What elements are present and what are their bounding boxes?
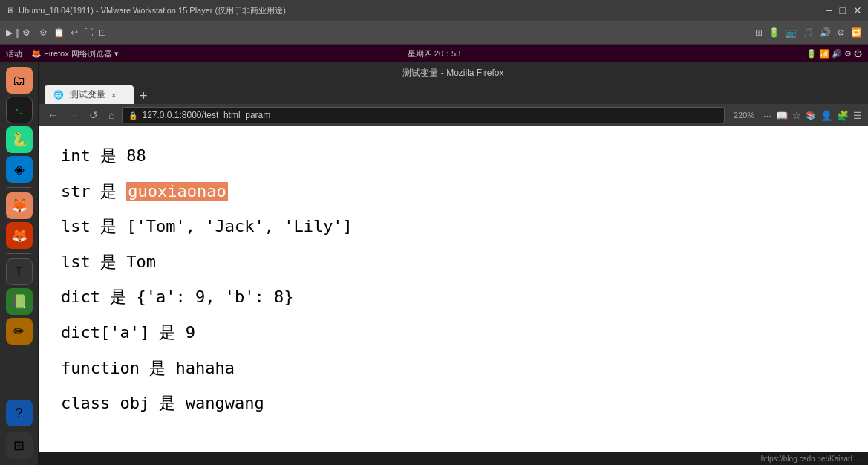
str-prefix: str 是 xyxy=(61,182,126,201)
nav-extensions-button[interactable]: 🧩 xyxy=(837,110,849,121)
lock-icon: 🔒 xyxy=(128,111,137,120)
dock-separator-2 xyxy=(7,253,31,254)
highlighted-str: guoxiaonao xyxy=(126,182,227,201)
new-tab-button[interactable]: + xyxy=(135,88,152,104)
firefox2-dock-icon[interactable]: 🦊 xyxy=(6,222,33,249)
firefox-menu[interactable]: 🦊 Firefox 网络浏览器 ▾ xyxy=(31,48,119,59)
maximize-button[interactable]: □ xyxy=(840,4,846,16)
help-dock-icon[interactable]: ? xyxy=(6,400,33,426)
ubuntu-dock: 🗂 ›_ 🐍 ◈ 🦊 🦊 T 📗 ✏ ? ⊞ xyxy=(0,62,39,465)
zoom-badge: 220% xyxy=(729,109,759,121)
vmware-right-icons: ⊞ 🔋 📺 🎵 🔊 ⚙ 🔁 xyxy=(755,27,862,38)
vmware-toolbar: ▶ ‖ ⚙ ⚙ 📋 ↩ ⛶ ⊡ ⊞ 🔋 📺 🎵 🔊 ⚙ 🔁 xyxy=(0,21,868,45)
vmware-right-icon-2[interactable]: 🔋 xyxy=(769,27,780,38)
content-line-5: dict 是 {'a': 9, 'b': 8} xyxy=(61,282,846,312)
pycharm-dock-icon[interactable]: 🐍 xyxy=(6,126,33,153)
vmware-titlebar: 🖥 Ubuntu_18.04(1911) - VMware Workstatio… xyxy=(0,0,868,21)
nav-bookmarks-button[interactable]: 📚 xyxy=(806,111,816,120)
toolbar-icon-4[interactable]: ⛶ xyxy=(84,27,93,38)
content-line-1: int 是 88 xyxy=(61,141,846,171)
main-area: 🗂 ›_ 🐍 ◈ 🦊 🦊 T 📗 ✏ ? ⊞ 测试变量 - Mozilla Fi… xyxy=(0,62,868,465)
url-bar[interactable]: 🔒 127.0.0.1:8000/test_html_param xyxy=(122,107,725,123)
content-line-6: dict['a'] 是 9 xyxy=(61,318,846,348)
reload-button[interactable]: ↺ xyxy=(86,108,101,123)
toolbar-icon-5[interactable]: ⊡ xyxy=(99,27,106,38)
nav-reader-button[interactable]: 📖 xyxy=(776,110,788,121)
content-line-8: class_obj 是 wangwang xyxy=(61,388,846,418)
forward-button[interactable]: → xyxy=(65,108,82,123)
content-line-7: function 是 hahaha xyxy=(61,354,846,383)
typora-dock-icon[interactable]: T xyxy=(6,258,33,285)
nav-sync-button[interactable]: 👤 xyxy=(820,110,832,121)
url-text: 127.0.0.1:8000/test_html_param xyxy=(142,110,270,120)
player-menu[interactable]: ▶ ‖ ⚙ xyxy=(6,27,30,38)
datetime: 星期四 20：53 xyxy=(408,49,461,58)
content-line-4: lst 是 Tom xyxy=(61,247,846,277)
vmware-right-icon-4[interactable]: 🎵 xyxy=(803,27,814,38)
firefox-window: 测试变量 - Mozilla Firefox 🌐 测试变量 × + ← → ↺ … xyxy=(39,62,868,465)
vmware-right-icon-3[interactable]: 📺 xyxy=(786,27,797,38)
vmware-right-icon-6[interactable]: ⚙ xyxy=(837,27,845,38)
toolbar-icon-3[interactable]: ↩ xyxy=(71,27,78,38)
vmware-icon: 🖥 xyxy=(6,6,14,15)
home-button[interactable]: ⌂ xyxy=(105,108,117,123)
toolbar-icon-1[interactable]: ⚙ xyxy=(39,27,48,38)
book-dock-icon[interactable]: 📗 xyxy=(6,288,33,315)
active-tab[interactable]: 🌐 测试变量 × xyxy=(45,85,134,104)
browser-status-bar: https://blog.csdn.net/KaisarH... xyxy=(39,452,868,465)
topbar-system-icons: 🔋 📶 🔊 ⚙ ⏻ xyxy=(806,49,862,59)
nav-more-button[interactable]: ··· xyxy=(763,110,771,121)
firefox-window-title: 测试变量 - Mozilla Firefox xyxy=(45,65,862,82)
vscode-dock-icon[interactable]: ◈ xyxy=(6,156,33,183)
nav-actions: ··· 📖 ☆ 📚 👤 🧩 ☰ xyxy=(763,110,862,121)
grid-dock-icon[interactable]: ⊞ xyxy=(6,432,33,459)
nav-bar: ← → ↺ ⌂ 🔒 127.0.0.1:8000/test_html_param… xyxy=(39,104,868,126)
vmware-right-icon-5[interactable]: 🔊 xyxy=(820,27,831,38)
terminal-dock-icon[interactable]: ›_ xyxy=(6,97,33,123)
vmware-right-icon-1[interactable]: ⊞ xyxy=(755,27,763,38)
firefox-dock-icon[interactable]: 🦊 xyxy=(6,192,33,219)
firefox-header: 测试变量 - Mozilla Firefox 🌐 测试变量 × + xyxy=(39,62,868,104)
dock-separator-1 xyxy=(7,187,31,188)
tab-label: 测试变量 xyxy=(70,88,105,101)
tab-close-button[interactable]: × xyxy=(111,91,116,100)
pen-dock-icon[interactable]: ✏ xyxy=(6,318,33,345)
content-line-2: str 是 guoxiaonao xyxy=(61,177,846,207)
content-area: int 是 88 str 是 guoxiaonao lst 是 ['Tom', … xyxy=(39,126,868,452)
content-line-3: lst 是 ['Tom', 'Jack', 'Lily'] xyxy=(61,212,846,241)
status-url: https://blog.csdn.net/KaisarH... xyxy=(761,455,862,463)
toolbar-icons: ⚙ 📋 ↩ ⛶ ⊡ xyxy=(39,27,106,38)
close-button[interactable]: ✕ xyxy=(853,4,862,16)
tab-bar: 🌐 测试变量 × + xyxy=(45,85,862,104)
minimize-button[interactable]: − xyxy=(826,4,832,16)
toolbar-icon-2[interactable]: 📋 xyxy=(53,27,65,38)
back-button[interactable]: ← xyxy=(45,108,61,123)
browser-area: int 是 88 str 是 guoxiaonao lst 是 ['Tom', … xyxy=(39,126,868,452)
files-dock-icon[interactable]: 🗂 xyxy=(6,67,33,94)
vmware-title: Ubuntu_18.04(1911) - VMware Workstation … xyxy=(19,5,286,16)
activities-button[interactable]: 活动 xyxy=(6,48,22,59)
ubuntu-topbar: 活动 🦊 Firefox 网络浏览器 ▾ 星期四 20：53 🔋 📶 🔊 ⚙ ⏻ xyxy=(0,45,868,62)
nav-bookmark-button[interactable]: ☆ xyxy=(792,110,801,121)
vmware-right-icon-7[interactable]: 🔁 xyxy=(851,27,862,38)
nav-menu-button[interactable]: ☰ xyxy=(853,110,862,121)
